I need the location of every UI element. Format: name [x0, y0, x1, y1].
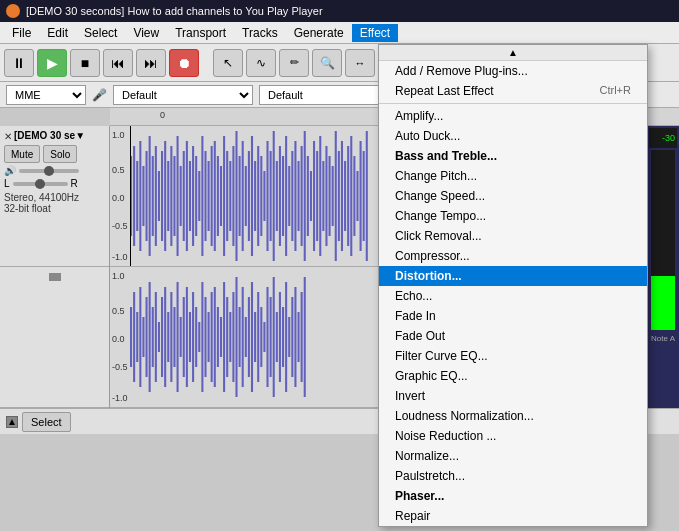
effect-change-speed[interactable]: Change Speed...	[379, 186, 647, 206]
mute-button[interactable]: Mute	[4, 145, 40, 163]
effect-change-pitch[interactable]: Change Pitch...	[379, 166, 647, 186]
expand-icon[interactable]: ▲	[6, 416, 18, 428]
scale-2-bot: -1.0	[112, 393, 128, 403]
menu-select[interactable]: Select	[76, 24, 125, 42]
svg-rect-81	[133, 292, 135, 382]
svg-rect-127	[276, 312, 278, 362]
menu-effect[interactable]: Effect	[352, 24, 398, 42]
svg-rect-110	[223, 282, 225, 392]
svg-rect-48	[273, 131, 275, 261]
svg-rect-94	[173, 307, 175, 367]
svg-rect-38	[242, 141, 244, 251]
effect-compressor[interactable]: Compressor...	[379, 246, 647, 266]
svg-rect-47	[270, 151, 272, 241]
effect-repeat-last[interactable]: Repeat Last Effect Ctrl+R	[379, 81, 647, 101]
svg-rect-88	[155, 292, 157, 382]
svg-rect-124	[266, 287, 268, 387]
scale-1-bot: -1.0	[112, 252, 128, 262]
effect-invert[interactable]: Invert	[379, 386, 647, 406]
envelope-tool[interactable]: ∿	[246, 49, 276, 77]
effect-repair[interactable]: Repair	[379, 506, 647, 526]
svg-rect-19	[183, 151, 185, 241]
pause-button[interactable]: ⏸	[4, 49, 34, 77]
scroll-up-arrow[interactable]: ▲	[379, 45, 647, 61]
svg-rect-109	[220, 317, 222, 357]
svg-rect-24	[198, 171, 200, 221]
svg-rect-133	[294, 287, 296, 387]
zoom-tool[interactable]: 🔍	[312, 49, 342, 77]
track-1-close[interactable]: ✕	[4, 131, 12, 142]
menu-view[interactable]: View	[125, 24, 167, 42]
skip-start-button[interactable]: ⏮	[103, 49, 133, 77]
menu-edit[interactable]: Edit	[39, 24, 76, 42]
effect-phaser[interactable]: Phaser...	[379, 486, 647, 506]
menu-file[interactable]: File	[4, 24, 39, 42]
effect-loudness-norm[interactable]: Loudness Normalization...	[379, 406, 647, 426]
effect-click-removal[interactable]: Click Removal...	[379, 226, 647, 246]
effect-amplify[interactable]: Amplify...	[379, 106, 647, 126]
stop-button[interactable]: ■	[70, 49, 100, 77]
effect-paulstretch[interactable]: Paulstretch...	[379, 466, 647, 486]
svg-rect-120	[254, 312, 256, 362]
repeat-last-shortcut: Ctrl+R	[600, 84, 631, 98]
svg-rect-46	[266, 141, 268, 251]
cursor-tool[interactable]: ↖	[213, 49, 243, 77]
skip-end-button[interactable]: ⏭	[136, 49, 166, 77]
menu-transport[interactable]: Transport	[167, 24, 234, 42]
scale-2-mid-bot: -0.5	[112, 362, 128, 372]
svg-rect-73	[350, 136, 352, 256]
scale-1-top: 1.0	[112, 130, 125, 140]
select-button[interactable]: Select	[22, 412, 71, 432]
effect-distortion[interactable]: Distortion...	[379, 266, 647, 286]
input-device-select[interactable]: Default	[113, 85, 253, 105]
svg-rect-23	[195, 156, 197, 236]
svg-rect-54	[291, 151, 293, 241]
menu-generate[interactable]: Generate	[286, 24, 352, 42]
effect-bass-treble[interactable]: Bass and Treble...	[379, 146, 647, 166]
track-1-controls: ✕ [DEMO 30 se▼ Mute Solo 🔊 L R Ster	[0, 126, 109, 267]
effect-noise-reduction[interactable]: Noise Reduction ...	[379, 426, 647, 446]
svg-rect-108	[217, 307, 219, 367]
scale-2-mid-top: 0.5	[112, 306, 125, 316]
timeshift-tool[interactable]: ↔	[345, 49, 375, 77]
effect-normalize[interactable]: Normalize...	[379, 446, 647, 466]
svg-rect-8	[149, 136, 151, 256]
host-select[interactable]: MME	[6, 85, 86, 105]
effect-auto-duck[interactable]: Auto Duck...	[379, 126, 647, 146]
svg-rect-136	[304, 277, 306, 397]
svg-rect-117	[245, 317, 247, 357]
record-button[interactable]: ⏺	[169, 49, 199, 77]
effect-fade-in[interactable]: Fade In	[379, 306, 647, 326]
svg-rect-70	[341, 141, 343, 251]
volume-icon: 🔊	[4, 165, 16, 176]
svg-rect-51	[282, 156, 284, 236]
scale-1-mid-bot: -0.5	[112, 221, 128, 231]
draw-tool[interactable]: ✏	[279, 49, 309, 77]
effect-filter-curve[interactable]: Filter Curve EQ...	[379, 346, 647, 366]
svg-rect-115	[239, 307, 241, 367]
svg-rect-13	[164, 141, 166, 251]
svg-rect-112	[229, 312, 231, 362]
svg-rect-122	[260, 307, 262, 367]
effect-fade-out[interactable]: Fade Out	[379, 326, 647, 346]
svg-rect-56	[298, 161, 300, 231]
svg-rect-62	[316, 151, 318, 241]
effect-graphic-eq[interactable]: Graphic EQ...	[379, 366, 647, 386]
svg-rect-123	[263, 322, 265, 352]
svg-rect-125	[270, 297, 272, 377]
menu-tracks[interactable]: Tracks	[234, 24, 286, 42]
track-1-pan[interactable]	[13, 182, 68, 186]
svg-rect-75	[356, 171, 358, 221]
effect-change-tempo[interactable]: Change Tempo...	[379, 206, 647, 226]
effect-add-remove-plugins[interactable]: Add / Remove Plug-ins...	[379, 61, 647, 81]
svg-rect-12	[161, 151, 163, 241]
track-2-indicator	[49, 273, 61, 281]
track-1-volume[interactable]	[19, 169, 79, 173]
svg-rect-50	[279, 146, 281, 246]
svg-rect-121	[257, 292, 259, 382]
effect-echo[interactable]: Echo...	[379, 286, 647, 306]
svg-rect-35	[232, 146, 234, 246]
track-2-controls	[0, 267, 109, 408]
play-button[interactable]: ▶	[37, 49, 67, 77]
solo-button[interactable]: Solo	[43, 145, 77, 163]
